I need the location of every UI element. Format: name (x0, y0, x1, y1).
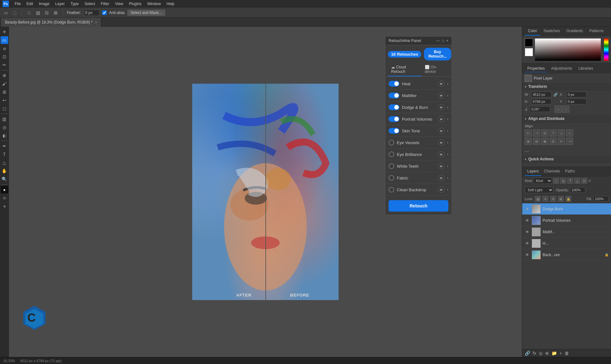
blur-tool[interactable]: ◎ (1, 123, 8, 131)
tab-close-button[interactable]: × (95, 20, 97, 24)
menu-filter[interactable]: Filter (98, 1, 112, 7)
distribute-5[interactable]: ⊢ (558, 138, 565, 145)
filter-shape-icon[interactable]: △ (574, 178, 580, 184)
distribute-3[interactable]: ⊠ (541, 138, 548, 145)
retouch-apply-button[interactable]: Retouch (389, 200, 448, 212)
filter-adjust-icon[interactable]: ◎ (560, 178, 566, 184)
swatches-tab[interactable]: Swatches (540, 27, 563, 36)
skin-tone-play[interactable]: ▶ (438, 128, 445, 134)
eye-brilliance-circle[interactable] (389, 151, 394, 157)
lasso-tool[interactable]: ⌀ (1, 45, 8, 52)
shape-tool[interactable]: △ (1, 159, 8, 166)
panel-close[interactable]: × (446, 38, 448, 43)
eraser-tool[interactable]: ◻ (1, 105, 8, 112)
clean-backdrop-circle[interactable] (389, 187, 394, 192)
dodge-burn-expand[interactable]: › (447, 105, 448, 109)
lock-checkerboard[interactable]: ▧ (535, 196, 541, 202)
menu-image[interactable]: Image (36, 1, 52, 7)
pen-tool[interactable]: ✒ (1, 142, 8, 150)
eye-vessels-circle[interactable] (389, 140, 394, 145)
distribute-4[interactable]: ⊡ (550, 138, 557, 145)
heal-play[interactable]: ▶ (438, 80, 445, 87)
anti-alias-checkbox[interactable] (102, 10, 107, 15)
distribute-6[interactable]: ⊣ (566, 138, 573, 145)
dodge-burn-play[interactable]: ▶ (438, 104, 445, 110)
layers-link-btn[interactable]: 🔗 (525, 351, 530, 356)
layer-item-h[interactable]: 👁 H... (522, 238, 611, 249)
hand-tool[interactable]: ✋ (1, 167, 8, 175)
height-input[interactable] (531, 99, 551, 104)
align-v-center[interactable]: ⊥ (558, 130, 565, 136)
crop-tool[interactable]: ⊡ (1, 53, 8, 60)
mattifier-toggle[interactable] (389, 93, 399, 98)
more-actions-button[interactable]: ··· (522, 147, 611, 156)
lock-move[interactable]: ✛ (550, 196, 556, 202)
layer-visibility-mattif[interactable]: 👁 (525, 229, 530, 234)
fabric-circle[interactable] (389, 175, 394, 181)
flip-h-btn[interactable]: ↔ (555, 106, 562, 113)
select-mask-button[interactable]: Select and Mask... (127, 10, 165, 16)
mattifier-play[interactable]: ▶ (438, 92, 445, 99)
menu-select[interactable]: Select (82, 1, 97, 7)
properties-tab[interactable]: Properties (525, 65, 547, 72)
skin-tone-expand[interactable]: › (447, 129, 448, 133)
eye-vessels-expand[interactable]: › (447, 140, 448, 145)
layers-adjustment-btn[interactable]: ⊕ (545, 351, 549, 356)
foreground-swatch[interactable] (525, 38, 533, 47)
dodge-burn-toggle[interactable] (389, 104, 399, 110)
channels-tab[interactable]: Channels (541, 167, 563, 176)
distribute-1[interactable]: ⊞ (525, 138, 532, 145)
eye-vessels-play[interactable]: ▶ (438, 139, 445, 146)
fabric-expand[interactable]: › (447, 176, 448, 180)
align-h-center[interactable]: ⊣ (533, 130, 540, 136)
patterns-tab[interactable]: Patterns (586, 27, 607, 36)
selection-tool[interactable]: ▭ (1, 36, 8, 44)
move-tool[interactable]: ✛ (1, 28, 8, 36)
layers-folder-btn[interactable]: 📁 (551, 351, 557, 356)
layer-visibility-h[interactable]: 👁 (525, 241, 530, 246)
flip-v-btn[interactable]: ↕ (562, 106, 569, 113)
menu-edit[interactable]: Edit (24, 1, 36, 7)
extra-tools[interactable]: ⊟ (1, 194, 8, 202)
align-top-edges[interactable]: ⊤ (550, 130, 557, 136)
align-left-edges[interactable]: ⊢ (525, 130, 532, 136)
mattifier-expand[interactable]: › (447, 93, 448, 98)
distribute-2[interactable]: ⊟ (533, 138, 540, 145)
portrait-volumes-expand[interactable]: › (447, 117, 448, 121)
panel-minimize[interactable]: — (436, 38, 440, 43)
filter-text-icon[interactable]: T (567, 178, 573, 184)
layer-item-mattif[interactable]: 👁 Mattif... (522, 226, 611, 238)
align-section-header[interactable]: ▾ Align and Distribute (522, 115, 611, 122)
layers-fx-btn[interactable]: fx (533, 351, 536, 356)
menu-layer[interactable]: Layer (53, 1, 67, 7)
layers-mask-btn[interactable]: ◎ (539, 351, 543, 356)
clean-backdrop-play[interactable]: ▶ (438, 186, 445, 193)
background-swatch[interactable] (525, 48, 533, 56)
foreground-color[interactable]: ■ (1, 186, 8, 193)
blend-mode-dropdown[interactable]: Soft Light Normal Multiply Screen Overla… (525, 187, 553, 193)
layers-tab[interactable]: Layers (525, 167, 541, 176)
panel-expand[interactable]: □ (442, 38, 444, 43)
kind-dropdown[interactable]: Kind (533, 178, 552, 184)
layer-visibility-dodge-burn[interactable]: 👁 (525, 206, 530, 212)
on-device-tab[interactable]: ⬜ On-device (422, 63, 449, 76)
layer-visibility-bg[interactable]: 👁 (525, 252, 530, 257)
skin-tone-toggle[interactable] (389, 128, 399, 134)
eyedropper-tool[interactable]: ✏ (1, 61, 8, 69)
zoom-tool[interactable]: 🔍 (1, 175, 8, 183)
heal-expand[interactable]: › (447, 81, 448, 86)
clean-backdrop-expand[interactable]: › (447, 187, 448, 192)
stamp-tool[interactable]: ⊞ (1, 88, 8, 96)
layer-item-portrait-volumes[interactable]: 👁 Portrait Volumes (522, 215, 611, 226)
layer-visibility-portrait[interactable]: 👁 (525, 218, 530, 223)
lock-artboard[interactable]: ⊞ (558, 196, 564, 202)
lock-all[interactable]: 🔒 (565, 196, 571, 202)
opacity-input[interactable] (570, 187, 585, 193)
healing-tool[interactable]: ⊕ (1, 72, 8, 79)
menu-type[interactable]: Type (68, 1, 81, 7)
extra-tools2[interactable]: ⊕ (1, 202, 8, 210)
white-teeth-circle[interactable] (389, 163, 394, 169)
heal-toggle[interactable] (389, 81, 399, 87)
portrait-volumes-play[interactable]: ▶ (438, 116, 445, 122)
layer-item-background[interactable]: 👁 Back...ure 🔒 (522, 249, 611, 261)
